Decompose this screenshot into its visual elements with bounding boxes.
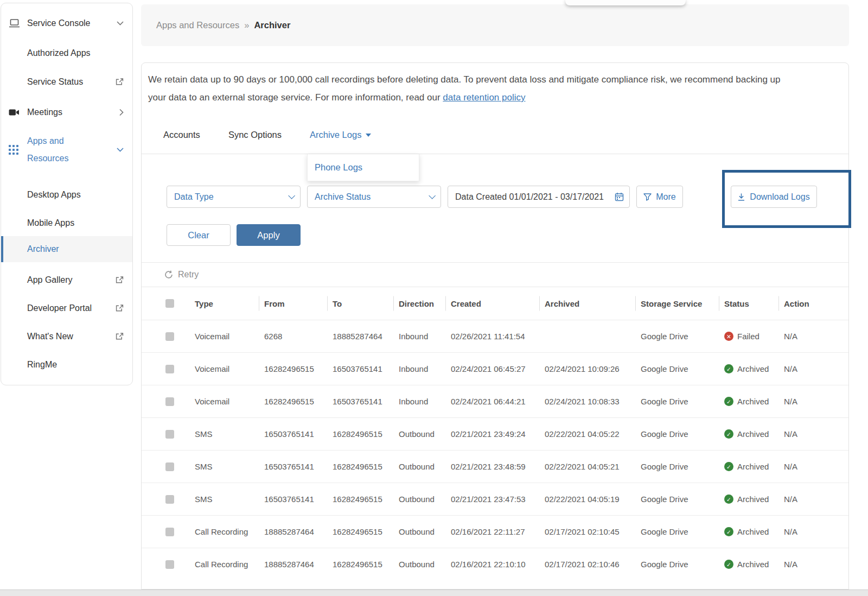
external-link-icon — [116, 333, 124, 341]
clear-button[interactable]: Clear — [167, 224, 231, 246]
cell-storage-service: Google Drive — [641, 429, 724, 439]
archive-status-select[interactable]: Archive Status — [307, 186, 441, 208]
cutoff-popup-edge — [565, 0, 686, 5]
sidebar-item-authorized-apps[interactable]: Authorized Apps — [1, 39, 132, 67]
status-label: Archived — [737, 364, 769, 373]
cell-from: 16503765141 — [264, 494, 333, 504]
cell-from: 16503765141 — [264, 429, 333, 439]
breadcrumb-separator: » — [244, 20, 249, 30]
column-header-to[interactable]: To — [333, 299, 399, 308]
column-header-created[interactable]: Created — [451, 299, 545, 308]
calendar-icon[interactable] — [615, 192, 624, 201]
funnel-icon — [643, 193, 652, 201]
table-row: Voicemail 16282496515 16503765141 Inboun… — [142, 352, 848, 385]
cell-created: 02/26/2021 11:41:54 — [451, 332, 545, 341]
sidebar-item-app-gallery[interactable]: App Gallery — [1, 266, 132, 294]
breadcrumb-section[interactable]: Apps and Resources — [156, 20, 239, 30]
column-header-action[interactable]: Action — [784, 299, 848, 308]
row-checkbox[interactable] — [165, 365, 174, 373]
menu-item-phone-logs[interactable]: Phone Logs — [315, 162, 362, 173]
status-badge: ✕ Failed — [724, 332, 781, 341]
column-header-status[interactable]: Status — [724, 299, 784, 308]
sidebar-item-ringme[interactable]: RingMe — [1, 351, 132, 379]
row-checkbox[interactable] — [165, 495, 174, 504]
status-icon: ✓ — [724, 527, 733, 536]
cell-action: N/A — [784, 560, 848, 569]
column-header-direction[interactable]: Direction — [399, 299, 451, 308]
row-checkbox[interactable] — [165, 332, 174, 341]
cell-to: 16282496515 — [333, 429, 399, 439]
status-icon: ✓ — [724, 429, 733, 439]
external-link-icon — [116, 276, 124, 284]
row-checkbox[interactable] — [165, 528, 174, 536]
data-type-select[interactable]: Data Type — [167, 186, 301, 208]
status-icon: ✓ — [724, 397, 733, 406]
column-header-from[interactable]: From — [264, 299, 333, 308]
cell-to: 16282496515 — [333, 494, 399, 504]
download-logs-button[interactable]: Download Logs — [731, 186, 817, 208]
cell-to: 16503765141 — [333, 397, 399, 406]
apply-button[interactable]: Apply — [237, 224, 301, 246]
tab-bar: Accounts Sync Options Archive Logs — [142, 116, 848, 154]
cell-direction: Outbound — [399, 494, 451, 504]
data-retention-policy-link[interactable]: data retention policy — [443, 92, 525, 103]
row-checkbox[interactable] — [165, 462, 174, 471]
cell-type: Voicemail — [195, 397, 264, 406]
retry-button[interactable]: Retry — [142, 262, 848, 287]
cell-direction: Outbound — [399, 527, 451, 536]
row-checkbox[interactable] — [165, 397, 174, 406]
sidebar-item-whats-new[interactable]: What's New — [1, 322, 132, 351]
sidebar-item-label: Meetings — [27, 107, 62, 117]
more-filters-button[interactable]: More — [636, 186, 683, 208]
column-header-archived[interactable]: Archived — [545, 299, 641, 308]
cell-type: SMS — [195, 429, 264, 439]
select-all-checkbox[interactable] — [165, 299, 174, 308]
sidebar-item-label: Apps and Resources — [27, 132, 68, 167]
laptop-icon — [9, 19, 20, 28]
sidebar-item-service-console[interactable]: Service Console — [1, 9, 132, 37]
sidebar-item-label: What's New — [27, 332, 73, 341]
status-label: Archived — [737, 560, 769, 569]
table-row: SMS 16503765141 16282496515 Outbound 02/… — [142, 450, 848, 483]
chevron-down-icon — [117, 148, 124, 152]
status-icon: ✓ — [724, 494, 733, 504]
tab-archive-logs[interactable]: Archive Logs — [310, 130, 371, 140]
tab-accounts[interactable]: Accounts — [163, 130, 200, 140]
cell-to: 16282496515 — [333, 527, 399, 536]
column-header-type[interactable]: Type — [195, 299, 264, 308]
sidebar-item-label: Desktop Apps — [27, 190, 81, 200]
caret-down-icon — [366, 134, 371, 137]
status-badge: ✓ Archived — [724, 364, 781, 373]
cell-from: 16282496515 — [264, 364, 333, 373]
cell-created: 02/16/2021 22:11:27 — [451, 527, 545, 536]
sidebar-item-desktop-apps[interactable]: Desktop Apps — [1, 181, 132, 209]
cell-type: SMS — [195, 494, 264, 504]
table-row: SMS 16503765141 16282496515 Outbound 02/… — [142, 417, 848, 450]
cell-created: 02/21/2021 23:49:24 — [451, 429, 545, 439]
retention-banner: We retain data up to 90 days or 100,000 … — [148, 71, 838, 106]
cell-created: 02/24/2021 06:45:27 — [451, 364, 545, 373]
sidebar-item-service-status[interactable]: Service Status — [1, 68, 132, 96]
sidebar-item-mobile-apps[interactable]: Mobile Apps — [1, 209, 132, 237]
window-bottom-edge — [0, 589, 868, 596]
sidebar-item-apps-and-resources[interactable]: Apps and Resources — [1, 129, 132, 171]
status-badge: ✓ Archived — [724, 527, 781, 536]
status-icon: ✓ — [724, 462, 733, 471]
sidebar-item-developer-portal[interactable]: Developer Portal — [1, 294, 132, 322]
download-icon — [738, 193, 745, 201]
external-link-icon — [116, 78, 124, 86]
sidebar-item-meetings[interactable]: Meetings — [1, 98, 132, 126]
status-badge: ✓ Archived — [724, 429, 781, 439]
status-label: Archived — [737, 429, 769, 439]
sidebar-item-archiver[interactable]: Archiver — [1, 236, 132, 262]
status-icon: ✕ — [724, 332, 733, 341]
tab-sync-options[interactable]: Sync Options — [228, 130, 282, 140]
row-checkbox[interactable] — [165, 560, 174, 569]
cell-archived: 02/24/2021 10:09:26 — [545, 364, 641, 373]
row-checkbox[interactable] — [165, 430, 174, 439]
column-header-storage-service[interactable]: Storage Service — [641, 299, 724, 308]
sidebar-item-label: Mobile Apps — [27, 218, 74, 228]
cell-from: 16282496515 — [264, 397, 333, 406]
cell-action: N/A — [784, 494, 848, 504]
date-range-field[interactable]: Data Created 01/01/2021 - 03/17/2021 — [448, 186, 630, 208]
